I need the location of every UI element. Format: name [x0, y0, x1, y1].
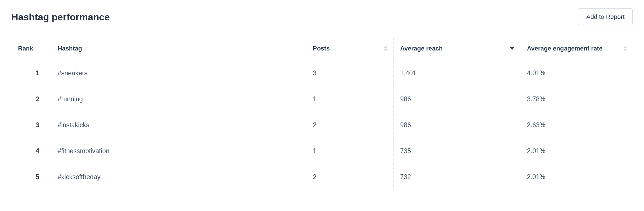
cell-posts: 2 — [306, 164, 393, 190]
column-header-label: Average reach — [400, 45, 443, 52]
cell-posts: 1 — [306, 86, 393, 112]
header: Hashtag performance Add to Report — [11, 8, 633, 25]
column-header-label: Posts — [313, 45, 330, 52]
column-header-posts[interactable]: Posts — [306, 37, 393, 60]
hashtag-performance-table: Rank Hashtag Posts Average reach — [11, 37, 633, 190]
cell-reach: 735 — [393, 138, 520, 164]
table-row: 4#fitnessmotivation17352.01% — [11, 138, 633, 164]
table-row: 1#sneakers31,4014.01% — [11, 60, 633, 86]
cell-reach: 986 — [393, 112, 520, 138]
cell-rank: 3 — [11, 112, 51, 138]
column-header-reach[interactable]: Average reach — [393, 37, 520, 60]
cell-engagement: 2.63% — [520, 112, 633, 138]
column-header-label: Hashtag — [58, 45, 82, 52]
cell-engagement: 3.78% — [520, 86, 633, 112]
sort-down-icon — [510, 47, 514, 50]
table-row: 3#instakicks29862.63% — [11, 112, 633, 138]
cell-engagement: 2.01% — [520, 164, 633, 190]
cell-engagement: 2.01% — [520, 138, 633, 164]
sort-down-icon — [623, 49, 627, 51]
column-header-rank[interactable]: Rank — [11, 37, 51, 60]
column-header-engagement[interactable]: Average engagement rate — [520, 37, 633, 60]
cell-hashtag: #sneakers — [51, 60, 306, 86]
cell-hashtag: #kicksoftheday — [51, 164, 306, 190]
sort-down-icon — [384, 49, 388, 51]
column-header-hashtag[interactable]: Hashtag — [51, 37, 306, 60]
cell-rank: 1 — [11, 60, 51, 86]
column-header-label: Rank — [18, 45, 33, 52]
add-to-report-button[interactable]: Add to Report — [578, 8, 633, 25]
page-title: Hashtag performance — [11, 12, 110, 23]
sort-both-icon — [623, 46, 627, 51]
table-header-row: Rank Hashtag Posts Average reach — [11, 37, 633, 60]
cell-hashtag: #running — [51, 86, 306, 112]
cell-rank: 5 — [11, 164, 51, 190]
cell-posts: 3 — [306, 60, 393, 86]
sort-up-icon — [384, 46, 388, 48]
cell-posts: 2 — [306, 112, 393, 138]
cell-reach: 986 — [393, 86, 520, 112]
cell-engagement: 4.01% — [520, 60, 633, 86]
cell-posts: 1 — [306, 138, 393, 164]
table-row: 2#running19863.78% — [11, 86, 633, 112]
sort-active-icon — [510, 47, 514, 50]
cell-reach: 1,401 — [393, 60, 520, 86]
column-header-label: Average engagement rate — [527, 45, 603, 52]
sort-up-icon — [623, 46, 627, 48]
cell-reach: 732 — [393, 164, 520, 190]
cell-hashtag: #fitnessmotivation — [51, 138, 306, 164]
cell-hashtag: #instakicks — [51, 112, 306, 138]
sort-both-icon — [384, 46, 388, 51]
cell-rank: 4 — [11, 138, 51, 164]
cell-rank: 2 — [11, 86, 51, 112]
table-row: 5#kicksoftheday27322.01% — [11, 164, 633, 190]
